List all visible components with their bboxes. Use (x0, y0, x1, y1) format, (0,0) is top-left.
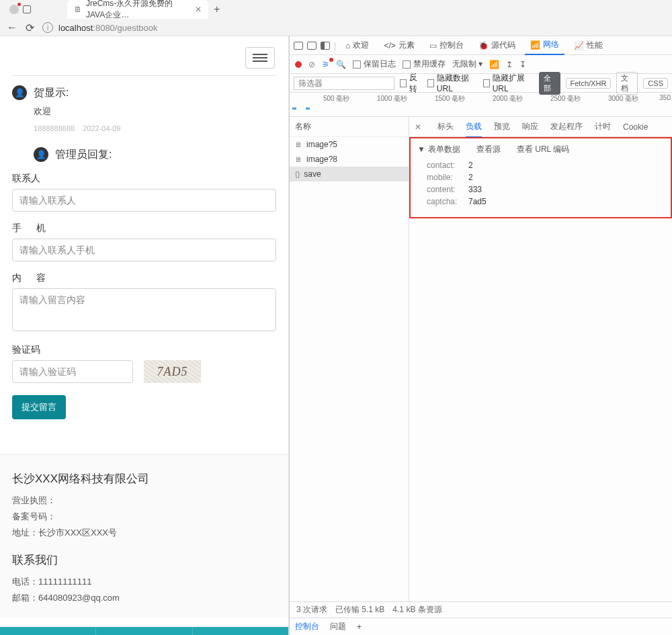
search-icon[interactable]: 🔍 (336, 60, 346, 69)
request-item[interactable]: 🗎image?8 (290, 152, 409, 167)
clear-icon[interactable]: ⊘ (308, 60, 315, 69)
tab-title: JreCms-永久开源免费的JAVA企业… (86, 0, 188, 21)
detail-tab-timing[interactable]: 计时 (595, 121, 611, 132)
footer: 长沙XXX网络科技有限公司 营业执照： 备案号码： 地址：长沙市XXX区XXX号… (0, 454, 288, 618)
address-text: 地址：长沙市XXX区XXX号 (12, 527, 276, 539)
footer-buttons: 📞 电话咨询 👤 在线咨询 ➤ 产品中心 (0, 627, 288, 635)
tab-network[interactable]: 📶 网络 (525, 36, 564, 55)
drawer-tab-console[interactable]: 控制台 (295, 621, 319, 636)
detail-tab-payload[interactable]: 负载 (466, 121, 482, 138)
detail-tab-headers[interactable]: 标头 (437, 121, 454, 132)
window-controls (3, 5, 38, 14)
request-detail: ✕ 标头 负载 预览 响应 发起程序 计时 Cookie ▼表单数据 查看源 查… (409, 117, 672, 601)
detail-tab-initiator[interactable]: 发起程序 (550, 121, 583, 132)
devtools-toolbar: ⊘ ⚞ 🔍 保留日志 禁用缓存 无限制 ▾ 📶 ↥ ↧ (290, 55, 672, 74)
mobile-input[interactable] (12, 239, 276, 261)
view-url-encoded-link[interactable]: 查看 URL 编码 (517, 144, 569, 155)
close-icon[interactable]: ✕ (195, 5, 202, 14)
company-name: 长沙XXX网络科技有限公司 (12, 471, 276, 486)
filter-fetch[interactable]: Fetch/XHR (566, 78, 612, 89)
content-label: 内 容 (12, 272, 276, 284)
document-icon: 🗎 (74, 5, 82, 14)
request-list-header: 名称 (290, 117, 409, 137)
reload-button[interactable]: ⟳ (26, 22, 34, 34)
online-consult-button[interactable]: 👤 在线咨询 (96, 627, 192, 635)
tel-text: 电话：11111111111 (12, 576, 276, 588)
view-source-link[interactable]: 查看源 (476, 144, 501, 155)
record-text: 备案号码： (12, 511, 276, 523)
file-icon: 🗎 (295, 155, 302, 163)
contact-label: 联系人 (12, 173, 276, 185)
content-textarea[interactable] (12, 288, 276, 331)
detail-tab-response[interactable]: 响应 (522, 121, 538, 132)
tab-elements[interactable]: </> 元素 (378, 36, 419, 55)
new-tab-button[interactable]: + (214, 3, 220, 15)
payload-row: content:333 (417, 183, 664, 196)
detail-tab-cookies[interactable]: Cookie (623, 122, 648, 132)
devtools-drawer-tabs: 控制台 问题 + (290, 618, 672, 635)
tabs-overview-icon[interactable] (23, 5, 31, 13)
payload-highlight-box: ▼表单数据 查看源 查看 URL 编码 contact:2 mobile:2 c… (409, 137, 672, 218)
drawer-tab-issues[interactable]: 问题 (330, 621, 346, 632)
tab-performance[interactable]: 📈 性能 (569, 36, 608, 55)
upload-icon[interactable]: ↥ (506, 60, 513, 69)
filter-css[interactable]: CSS (643, 78, 668, 89)
contact-input[interactable] (12, 189, 276, 212)
page-content: 👤 贺显示: 欢迎 1888888888 2022-04-09 👤 管理员回复:… (0, 36, 289, 635)
captcha-image[interactable]: 7AD5 (144, 360, 201, 383)
tab-sources[interactable]: 🐞 源代码 (473, 36, 521, 55)
devtools-filter-row: 反转 隐藏数据 URL 隐藏扩展 URL 全部 Fetch/XHR 文档 CSS (290, 74, 672, 93)
submit-button[interactable]: 提交留言 (12, 395, 66, 419)
comment-phone: 1888888888 (34, 124, 75, 132)
request-item[interactable]: 🗎image?5 (290, 137, 409, 152)
mobile-label: 手 机 (12, 222, 276, 235)
tab-welcome[interactable]: ⌂ 欢迎 (340, 36, 374, 55)
device-toggle-icon[interactable] (307, 42, 317, 50)
hide-ext-url-checkbox[interactable]: 隐藏扩展 URL (483, 73, 534, 93)
wifi-icon[interactable]: 📶 (489, 60, 499, 69)
request-item-selected[interactable]: {}save (290, 167, 409, 181)
menu-toggle[interactable] (245, 47, 275, 69)
phone-consult-button[interactable]: 📞 电话咨询 (0, 627, 96, 635)
form-data-toggle[interactable]: ▼表单数据 (417, 144, 460, 155)
payload-row: mobile:2 (417, 171, 664, 183)
site-info-icon[interactable]: i (42, 22, 53, 33)
devtools-panel: | ⌂ 欢迎 </> 元素 ▭ 控制台 🐞 源代码 📶 网络 📈 性能 ⊘ ⚞ … (289, 36, 672, 635)
filter-all[interactable]: 全部 (539, 72, 560, 95)
invert-checkbox[interactable]: 反转 (400, 72, 422, 95)
filter-toggle-icon[interactable]: ⚞ (322, 60, 329, 69)
inspect-icon[interactable] (294, 42, 303, 50)
network-status-bar: 3 次请求 已传输 5.1 kB 4.1 kB 条资源 (290, 601, 672, 618)
browser-chrome: 🗎 JreCms-永久开源免费的JAVA企业… ✕ + ← ⟳ i localh… (0, 0, 672, 36)
network-timeline[interactable]: 500 毫秒 1000 毫秒 1500 毫秒 2000 毫秒 2500 毫秒 3… (290, 93, 672, 117)
comment-date: 2022-04-09 (83, 124, 120, 132)
download-icon[interactable]: ↧ (519, 60, 526, 69)
braces-icon: {} (295, 170, 300, 178)
comment-text: 欢迎 (34, 105, 276, 118)
file-icon: 🗎 (295, 140, 302, 149)
payload-row: contact:2 (417, 159, 664, 171)
captcha-input[interactable] (12, 360, 133, 383)
address-bar[interactable]: i localhost:8080/guestbook (42, 22, 157, 33)
license-text: 营业执照： (12, 495, 276, 507)
tab-console[interactable]: ▭ 控制台 (424, 36, 469, 55)
avatar-icon: 👤 (34, 147, 48, 162)
commenter-name: 贺显示: (34, 86, 69, 100)
filter-doc[interactable]: 文档 (616, 72, 638, 95)
disable-cache-checkbox[interactable]: 禁用缓存 (403, 58, 446, 70)
record-icon[interactable] (295, 61, 302, 68)
detail-tab-preview[interactable]: 预览 (494, 121, 510, 132)
close-detail-icon[interactable]: ✕ (415, 122, 421, 132)
hide-data-url-checkbox[interactable]: 隐藏数据 URL (427, 73, 478, 93)
browser-tab[interactable]: 🗎 JreCms-永久开源免费的JAVA企业… ✕ (67, 0, 208, 19)
preserve-log-checkbox[interactable]: 保留日志 (353, 58, 396, 70)
dock-icon[interactable] (321, 42, 330, 50)
back-button[interactable]: ← (7, 22, 17, 34)
product-center-button[interactable]: ➤ 产品中心 (193, 627, 288, 635)
payload-row: captcha:7ad5 (417, 196, 664, 208)
throttle-select[interactable]: 无限制 ▾ (452, 58, 482, 70)
profile-icon[interactable] (9, 5, 19, 14)
filter-input[interactable] (294, 77, 394, 90)
request-list: 名称 🗎image?5 🗎image?8 {}save (290, 117, 409, 601)
add-drawer-tab-icon[interactable]: + (357, 622, 362, 632)
